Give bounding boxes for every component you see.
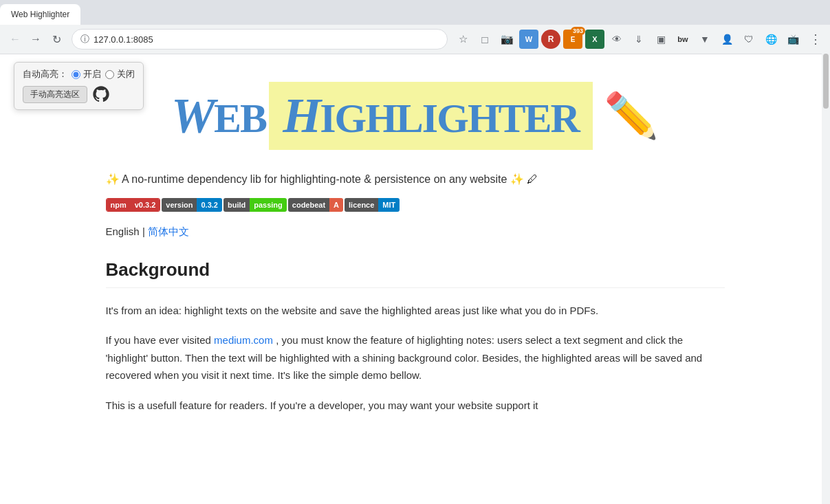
ext-icon-funnel[interactable]: ▼ [695,30,714,49]
logo-highlighter-box: HIGHLIGHTER [269,82,593,150]
radio-group-on[interactable]: 开启 [72,68,101,80]
radio-off-input[interactable] [105,70,114,79]
pencil-emoji: ✏️ [604,90,659,142]
browser-toolbar: ← → ↻ ⓘ 127.0.0.1:8085 ☆ □ 📷 W R E 393 X… [0,25,830,54]
back-button[interactable]: ← [6,30,25,49]
medium-link[interactable]: medium.com [214,334,273,346]
ext-badge-count: 393 [571,27,585,35]
sparkle-left: ✨ [106,173,120,185]
badge-version[interactable]: version 0.3.2 [162,198,222,212]
badge-codebeat-left: codebeat [288,198,329,212]
section-background-title: Background [106,259,725,288]
radio-on-label: 开启 [83,68,101,80]
browser-tabs: Web Highlighter [0,0,830,25]
address-bar[interactable]: ⓘ 127.0.0.1:8085 [72,29,448,50]
ext-badge-orange[interactable]: E 393 [563,30,582,49]
address-text: 127.0.0.1:8085 [94,34,153,45]
shield-button[interactable]: 🛡 [739,30,758,49]
pencil-red: 🖊 [527,173,538,185]
ext-icon-qr[interactable]: ▣ [651,30,670,49]
badge-licence-right: MIT [378,198,400,212]
ext-icon-1[interactable]: W [519,30,538,49]
toolbar-icons: ☆ □ 📷 W R E 393 X 👁 ⇓ ▣ bw ▼ 👤 🛡 🌐 📺 ⋮ [453,30,824,49]
extension-overlay: 自动高亮： 开启 关闭 手动高亮选区 [14,62,144,110]
screen-capture-button[interactable]: □ [475,30,494,49]
para2-prefix: If you have ever visited [106,334,215,346]
bookmark-button[interactable]: ☆ [453,30,472,49]
lang-chinese-link[interactable]: 简体中文 [148,226,189,237]
badge-version-right: 0.3.2 [197,198,221,212]
language-links: English | 简体中文 [106,226,725,239]
sparkle-right: ✨ [510,173,524,185]
forward-button[interactable]: → [26,30,45,49]
header-area: WEB HIGHLIGHTER ✏️ [106,82,725,150]
badge-npm-left: npm [107,199,131,211]
badge-build[interactable]: build passing [223,198,287,212]
badge-licence-left: licence [345,198,378,212]
ext-icon-x[interactable]: X [585,30,604,49]
auto-highlight-row: 自动高亮： 开启 关闭 [23,68,135,80]
badge-npm-right: v0.3.2 [131,199,160,211]
active-tab[interactable]: Web Highlighter [0,4,80,25]
profile-button[interactable]: 👤 [717,30,736,49]
badge-build-left: build [223,198,250,212]
lang-english: English [106,226,140,237]
logo-web-text: WEB [171,87,266,144]
ext-icon-arrow[interactable]: ⇓ [629,30,648,49]
badge-codebeat-right: A [329,198,343,212]
paragraph-2: If you have ever visited medium.com , yo… [106,331,725,384]
ext-badge-r[interactable]: R [541,30,560,49]
cast-button[interactable]: 📺 [783,30,802,49]
globe-button[interactable]: 🌐 [761,30,780,49]
tab-title: Web Highlighter [11,10,69,19]
ext-icon-eye[interactable]: 👁 [607,30,626,49]
paragraph-3: This is a usefull feature for readers. I… [106,397,725,415]
browser-chrome: Web Highlighter ← → ↻ ⓘ 127.0.0.1:8085 ☆… [0,0,830,54]
paragraph-1: It's from an idea: highlight texts on th… [106,302,725,320]
description-text: ✨ A no-runtime dependency lib for highli… [106,171,725,188]
lock-icon: ⓘ [80,33,89,45]
radio-on-input[interactable] [72,70,80,79]
nav-buttons: ← → ↻ [6,30,66,49]
manual-highlight-button[interactable]: 手动高亮选区 [23,86,87,103]
scrollbar-thumb[interactable] [823,54,829,109]
github-icon[interactable] [91,85,111,104]
badge-licence[interactable]: licence MIT [345,198,400,212]
badge-version-left: version [162,198,197,212]
radio-group-off[interactable]: 关闭 [105,68,135,80]
lang-separator: | [142,226,148,237]
ext-icon-bw[interactable]: bw [673,30,692,49]
badge-build-right: passing [250,198,287,212]
scrollbar-track[interactable] [822,54,830,454]
badge-codebeat[interactable]: codebeat A [288,198,343,212]
badges-container: npm v0.3.2 version 0.3.2 build passing c… [106,198,725,212]
radio-off-label: 关闭 [117,68,135,80]
reload-button[interactable]: ↻ [47,30,66,49]
badge-npm[interactable]: npm v0.3.2 [106,198,161,212]
camera-button[interactable]: 📷 [497,30,516,49]
page-container: WEB HIGHLIGHTER ✏️ ✨ A no-runtime depend… [78,54,752,454]
menu-button[interactable]: ⋮ [805,30,824,49]
auto-highlight-label: 自动高亮： [23,68,67,80]
manual-highlight-row: 手动高亮选区 [23,85,135,104]
ext-icon-r[interactable]: R [541,30,560,49]
logo-highlighter-text: HIGHLIGHTER [283,88,579,143]
description-main: A no-runtime dependency lib for highligh… [122,173,510,185]
